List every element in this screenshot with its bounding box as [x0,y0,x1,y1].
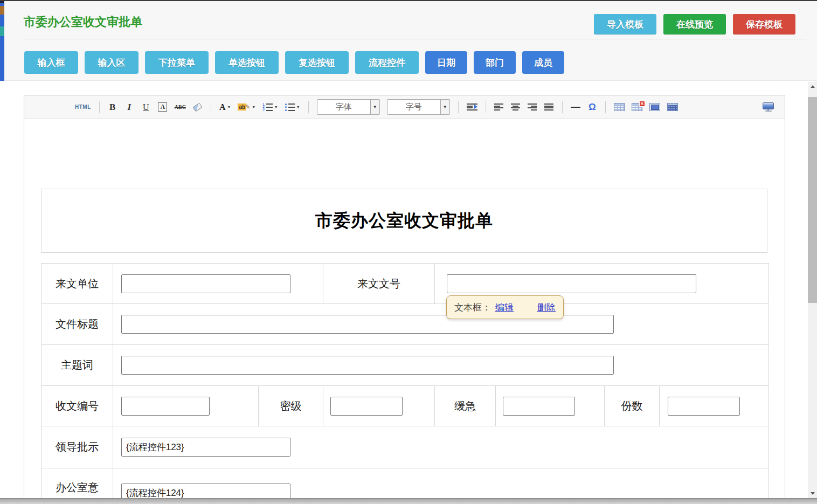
font-size-select[interactable]: 字号 ▼ [387,99,450,115]
insert-table-icon[interactable] [614,100,625,115]
delete-link[interactable]: 删除 [537,301,556,314]
add-date-button[interactable]: 日期 [425,51,467,74]
label-secrecy-level: 密级 [259,386,323,426]
background-window-edge [0,0,4,81]
caret-down-icon: ▼ [274,105,278,109]
caret-down-icon: ▼ [370,100,379,114]
pencil-icon: ✎ [245,103,250,111]
underline-icon[interactable]: U [141,100,151,115]
editor-content[interactable]: 市委办公室收文审批单 来文单位 来文文号 文件标题 主题词 收文编 [24,119,785,504]
table-row: 收文编号 密级 缓急 份数 [41,386,769,426]
font-style-box-icon[interactable]: A [158,100,168,115]
input-doc-number[interactable] [447,274,696,293]
add-textarea-button[interactable]: 输入区 [85,51,139,74]
label-keywords: 主题词 [41,345,113,386]
strikethrough-icon[interactable]: ABC [175,100,186,115]
input-copies[interactable] [668,397,740,416]
special-char-icon[interactable]: Ω [587,100,597,115]
page-title: 市委办公室收文审批单 [24,14,142,30]
align-right-icon[interactable] [528,100,537,115]
textbox-context-tooltip: 文本框： 编辑 删除 [446,295,564,319]
scroll-down-button[interactable] [808,489,817,498]
toolbar-separator [562,101,563,113]
toolbar-separator [211,101,211,113]
save-template-button[interactable]: 保存模板 [733,14,795,34]
table-cell-props-icon[interactable] [649,100,660,115]
label-source-unit: 来文单位 [41,264,113,304]
background-icon-fragment-2 [0,26,4,36]
vertical-scrollbar[interactable] [808,82,817,498]
label-copies: 份数 [605,386,660,426]
label-doc-number: 来文文号 [323,264,435,304]
add-input-box-button[interactable]: 输入框 [24,51,78,74]
align-center-icon[interactable] [511,100,521,115]
caret-down-icon: ▼ [252,105,255,109]
label-urgency: 缓急 [435,386,496,426]
online-preview-button[interactable]: 在线预览 [663,14,726,34]
table-row: 主题词 [41,345,769,386]
input-keywords[interactable] [121,356,614,375]
toolbar-separator [605,101,606,113]
component-toolbar: 输入框 输入区 下拉菜单 单选按钮 复选按钮 流程控件 日期 部门 成员 [24,51,564,74]
align-justify-icon[interactable] [544,100,554,115]
add-department-button[interactable]: 部门 [474,51,516,74]
rich-text-editor: HTML B I U A ABC A▼ ab✎▼ 1 2 3 ▼ ▼ [24,95,785,504]
form-table: 来文单位 来文文号 文件标题 主题词 收文编号 密级 缓急 份数 [41,263,769,504]
label-doc-title: 文件标题 [41,304,113,345]
page-header: 市委办公室收文审批单 导入模板 在线预览 保存模板 输入框 输入区 下拉菜单 单… [4,1,817,81]
highlight-color-icon[interactable]: ab✎▼ [238,100,255,115]
input-secrecy-level[interactable] [330,397,403,416]
import-template-button[interactable]: 导入模板 [594,14,656,34]
form-title: 市委办公室收文审批单 [315,209,493,233]
window-top-edge [0,0,817,1]
header-divider [24,39,806,39]
italic-icon[interactable]: I [124,100,134,115]
bold-icon[interactable]: B [108,100,117,115]
unordered-list-icon[interactable]: ▼ [285,100,300,115]
html-source-icon[interactable]: HTML [75,100,91,115]
input-urgency[interactable] [503,397,575,416]
font-color-icon[interactable]: A▼ [219,100,231,115]
toolbar-separator [458,101,459,113]
fullscreen-icon[interactable] [763,100,774,115]
add-dropdown-button[interactable]: 下拉菜单 [145,51,209,74]
window-bottom-bar [0,498,817,504]
arrow-down-icon [811,492,815,495]
label-receipt-number: 收文编号 [41,386,113,426]
arrow-up-icon [811,85,815,88]
toolbar-separator [99,101,100,113]
ordered-list-icon[interactable]: 1 2 3 ▼ [262,100,278,115]
scrollbar-thumb[interactable] [808,97,817,303]
table-props-icon[interactable] [667,100,678,115]
delete-table-icon[interactable] [632,100,642,115]
input-leader-comments[interactable] [121,438,290,457]
add-flow-control-button[interactable]: 流程控件 [355,51,419,74]
edit-link[interactable]: 编辑 [495,301,514,314]
editor-toolbar: HTML B I U A ABC A▼ ab✎▼ 1 2 3 ▼ ▼ [24,95,785,119]
horizontal-rule-icon[interactable] [571,100,580,115]
indent-icon[interactable] [467,100,477,115]
input-receipt-number[interactable] [121,397,210,416]
scroll-up-button[interactable] [808,82,817,91]
background-icon-fragment [0,6,4,15]
table-row: 来文单位 来文文号 [41,264,769,304]
input-source-unit[interactable] [121,274,290,293]
add-member-button[interactable]: 成员 [522,51,564,74]
caret-down-icon: ▼ [440,100,449,114]
caret-down-icon: ▼ [227,105,231,109]
header-actions: 导入模板 在线预览 保存模板 [594,14,795,34]
add-checkbox-button[interactable]: 复选按钮 [285,51,349,74]
font-family-select[interactable]: 字体 ▼ [317,99,380,115]
label-leader-comments: 领导批示 [41,426,113,468]
add-radio-button[interactable]: 单选按钮 [215,51,279,74]
eraser-icon[interactable] [193,100,203,115]
caret-down-icon: ▼ [296,105,300,109]
tooltip-label: 文本框： [454,301,491,314]
toolbar-separator [308,101,309,113]
form-title-box: 市委办公室收文审批单 [41,189,767,253]
table-row: 领导批示 [41,426,769,468]
table-row: 文件标题 [41,304,769,345]
toolbar-separator [486,101,486,113]
align-left-icon[interactable] [494,100,504,115]
